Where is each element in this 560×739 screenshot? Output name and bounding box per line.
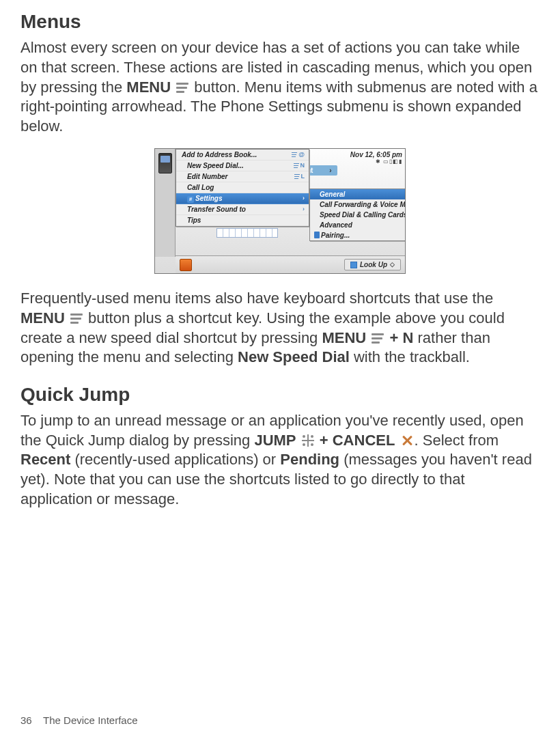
hash-icon: # — [187, 196, 194, 203]
screenshot-top: Nov 12, 6:05 pm ✱ ▭▯◧▮ Recent› Start typ… — [155, 149, 405, 257]
menu-key-label: MENU — [322, 329, 366, 346]
screenshot-bottombar: Look Up ◇ — [176, 255, 405, 273]
recent-ref: Recent — [20, 451, 70, 468]
jump-icon — [302, 434, 314, 447]
menu-icon — [70, 312, 83, 324]
menu-item-label: Transfer Sound to — [187, 205, 246, 214]
shortcut: L — [294, 173, 305, 181]
menu-item-tips[interactable]: Tips — [176, 215, 309, 226]
cancel-icon — [401, 434, 413, 447]
quickjump-para: To jump to an unread message or an appli… — [20, 411, 540, 509]
menu-item-label: Settings — [195, 195, 222, 202]
shortcut-combo: + N — [385, 329, 413, 346]
plus: + — [316, 432, 333, 449]
menu-item-add-address[interactable]: Add to Address Book... @ — [176, 150, 309, 161]
status-icons: ✱ ▭▯◧▮ — [376, 158, 402, 165]
menu-item-edit-number[interactable]: Edit Number L — [176, 171, 309, 182]
lookup-label: Look Up — [360, 260, 387, 269]
text: Frequently-used menu items also have key… — [20, 290, 493, 307]
dialpad-background — [216, 228, 278, 238]
page: Menus Almost every screen on your device… — [0, 0, 560, 509]
submenu-item-call-forwarding[interactable]: Call Forwarding & Voice Mail — [310, 199, 406, 210]
menu-key-label: MENU — [126, 79, 171, 96]
screenshot-sidebar — [155, 149, 176, 257]
device-screenshot: Nov 12, 6:05 pm ✱ ▭▯◧▮ Recent› Start typ… — [154, 148, 406, 274]
menu-item-label: Edit Number — [187, 172, 227, 181]
jump-key-label: JUMP — [254, 432, 296, 449]
shortcut: @ — [292, 151, 305, 159]
bluetooth-icon — [314, 232, 320, 238]
app-icon[interactable] — [180, 259, 192, 271]
main-menu[interactable]: Add to Address Book... @ New Speed Dial.… — [176, 149, 309, 227]
heading-quickjump: Quick Jump — [20, 382, 540, 407]
pending-ref: Pending — [280, 451, 339, 468]
page-footer: 36 The Device Interface — [20, 714, 138, 727]
lookup-button[interactable]: Look Up ◇ — [344, 259, 401, 270]
menu-item-label: Tips — [187, 216, 201, 225]
menu-item-new-speed-dial[interactable]: New Speed Dial... N — [176, 161, 309, 171]
heading-menus: Menus — [20, 10, 540, 34]
menu-item-label: Pairing... — [321, 232, 350, 239]
chevron-right-icon: › — [303, 195, 305, 203]
menu-icon — [372, 332, 384, 344]
menu-item-label: Call Log — [187, 183, 214, 192]
menus-para-1: Almost every screen on your device has a… — [20, 38, 540, 136]
menus-para-2: Frequently-used menu items also have key… — [20, 289, 540, 367]
footer-title: The Device Interface — [43, 714, 137, 726]
chevron-right-icon: › — [303, 206, 305, 214]
text: (recently-used applications) or — [70, 451, 280, 468]
menu-icon — [294, 174, 300, 180]
submenu-item-pairing[interactable]: Pairing... — [310, 230, 406, 240]
menu-item-settings[interactable]: #Settings › — [176, 193, 309, 204]
menu-icon — [292, 152, 297, 158]
page-number: 36 — [20, 714, 32, 726]
menu-item-label: New Speed Dial... — [187, 161, 244, 170]
device-thumbnail-icon — [158, 153, 172, 173]
text: . Select from — [415, 432, 499, 449]
cancel-key-label: CANCEL — [333, 432, 395, 449]
menu-icon — [176, 81, 188, 94]
chevron-right-icon: › — [329, 167, 331, 174]
screenshot-main: Nov 12, 6:05 pm ✱ ▭▯◧▮ Recent› Start typ… — [176, 149, 405, 257]
menu-item-call-log[interactable]: Call Log — [176, 182, 309, 193]
menu-icon — [294, 163, 299, 169]
menu-item-transfer-sound[interactable]: Transfer Sound to › — [176, 204, 309, 215]
submenu-item-advanced[interactable]: Advanced — [310, 220, 406, 230]
submenu-item-speed-dial[interactable]: Speed Dial & Calling Cards — [310, 210, 406, 220]
text: with the trackball. — [350, 348, 470, 365]
menu-item-label: Add to Address Book... — [182, 150, 257, 159]
shortcut: N — [294, 162, 305, 170]
settings-submenu[interactable]: General Call Forwarding & Voice Mail Spe… — [309, 189, 406, 241]
updown-icon: ◇ — [390, 261, 395, 269]
new-speed-dial-ref: New Speed Dial — [238, 348, 350, 365]
screenshot-container: Nov 12, 6:05 pm ✱ ▭▯◧▮ Recent› Start typ… — [20, 148, 540, 274]
menu-key-label: MENU — [20, 309, 65, 326]
submenu-item-general[interactable]: General — [310, 189, 406, 199]
book-icon — [350, 262, 357, 268]
